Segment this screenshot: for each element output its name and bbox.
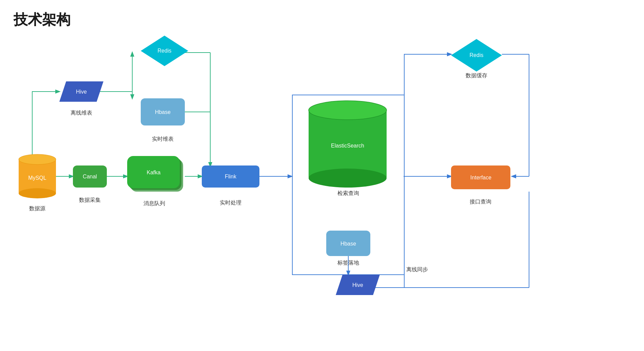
hive-top-label: Hive [76, 89, 87, 95]
redis-right-caption: 数据缓存 [466, 73, 487, 78]
hbase-bottom-label: Hbase [340, 241, 356, 247]
hive-bottom-node: Hive [336, 275, 380, 295]
es-label: ElasticSearch [331, 143, 364, 149]
flink-caption: 实时处理 [220, 200, 241, 206]
redis-top-label: Redis [158, 48, 172, 54]
kafka-node: Kafka [127, 156, 183, 192]
hive-top-node: Hive [59, 81, 103, 102]
hbase-bottom-caption: 标签落地 [337, 260, 359, 266]
mysql-node: MySQL [19, 154, 56, 198]
kafka-label: Kafka [147, 170, 161, 175]
offline-sync-label: 离线同步 [406, 267, 428, 272]
flink-node: Flink [202, 165, 259, 188]
mysql-caption: 数据源 [29, 206, 45, 211]
hive-top-caption: 离线维表 [71, 110, 92, 116]
interface-caption: 接口查询 [470, 199, 491, 204]
hbase-top-node: Hbase [141, 98, 185, 125]
canal-caption: 数据采集 [79, 197, 101, 203]
interface-node: Interface [451, 165, 510, 189]
hbase-top-label: Hbase [155, 109, 171, 115]
redis-top-node: Redis [141, 36, 188, 66]
hbase-top-caption: 实时维表 [152, 136, 174, 142]
kafka-caption: 消息队列 [143, 200, 165, 206]
svg-point-38 [309, 169, 387, 188]
hive-bottom-label: Hive [352, 282, 363, 288]
mysql-label: MySQL [28, 175, 46, 181]
flink-label: Flink [225, 174, 237, 179]
redis-right-label: Redis [470, 52, 484, 58]
es-caption: 检索查询 [337, 190, 359, 196]
architecture-diagram: MySQL Canal Kafka Flink Hive Redis Hbase… [0, 0, 644, 351]
canal-label: Canal [83, 174, 97, 179]
svg-point-26 [19, 188, 56, 198]
hbase-bottom-node: Hbase [326, 231, 370, 256]
canal-node: Canal [73, 165, 107, 188]
elasticsearch-node: ElasticSearch [309, 101, 387, 188]
interface-label: Interface [470, 175, 491, 180]
redis-right-node: Redis [451, 39, 502, 72]
